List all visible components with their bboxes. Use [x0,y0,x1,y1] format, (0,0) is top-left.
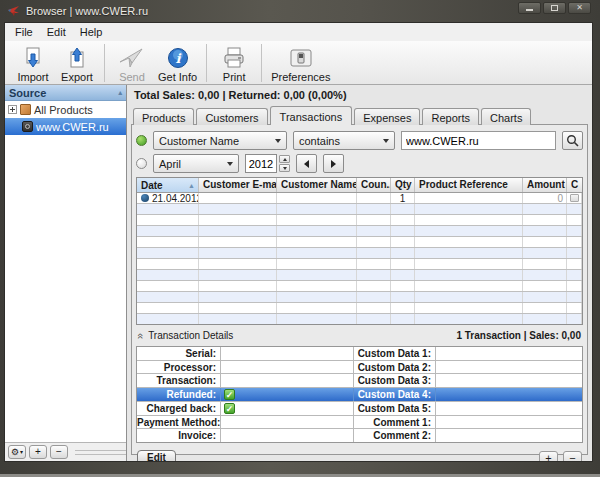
previous-period-button[interactable] [296,154,317,173]
payment-method-value[interactable] [221,416,354,429]
year-down-button[interactable] [279,164,290,172]
export-button[interactable]: Export [55,43,99,83]
import-button[interactable]: Import [11,43,55,83]
minimize-button[interactable] [518,2,541,14]
menu-file[interactable]: File [8,24,40,40]
tab-customers[interactable]: Customers [196,108,267,125]
details-row[interactable]: Transaction: Custom Data 3: [137,374,582,388]
field-selector[interactable]: Customer Name [153,131,287,150]
table-row-empty[interactable] [137,215,582,226]
table-row-empty[interactable] [137,237,582,248]
row-checkbox[interactable] [570,194,579,202]
year-up-button[interactable] [279,155,290,163]
sidebar-header[interactable]: Source ▴ [5,85,126,101]
print-button[interactable]: Print [212,43,256,83]
comment-1-value[interactable] [436,416,582,429]
sidebar-item-all-products[interactable]: All Products [5,101,126,118]
tab-transactions[interactable]: Transactions [270,106,353,125]
year-input[interactable] [245,154,277,173]
sidebar-header-label: Source [9,87,46,99]
invoice-value[interactable] [221,429,354,442]
comment-1-label: Comment 1: [354,416,436,429]
add-transaction-button[interactable]: + [539,451,558,462]
sidebar-add-button[interactable]: + [29,445,47,459]
sidebar-item-cwer[interactable]: www.CWER.ru [5,118,126,135]
charged-back-checkbox[interactable]: ✓ [224,403,235,414]
table-row-empty[interactable] [137,204,582,215]
custom-data-5-value[interactable] [436,402,582,415]
custom-data-1-value[interactable] [436,347,582,360]
next-period-button[interactable] [323,154,344,173]
tab-reports[interactable]: Reports [422,108,479,125]
column-header-customer-email[interactable]: Customer E-mail [199,178,277,192]
maximize-icon [551,5,558,11]
expand-icon[interactable] [8,105,17,114]
table-row-empty[interactable] [137,248,582,259]
remove-transaction-button[interactable]: − [563,451,582,462]
column-header-customer-name[interactable]: Customer Name [277,178,357,192]
refunded-checkbox[interactable]: ✓ [224,389,235,400]
send-button[interactable]: Send [110,43,154,83]
edit-field-underline [183,452,283,462]
column-header-c[interactable]: C [567,178,582,192]
details-row[interactable]: Serial: Custom Data 1: [137,347,582,361]
action-menu-button[interactable]: ⚙ ▾ [8,445,26,459]
table-row-empty[interactable] [137,281,582,292]
preferences-button[interactable]: Preferences [267,43,334,83]
custom-data-2-value[interactable] [436,361,582,374]
details-title: Transaction Details [148,330,233,341]
search-input[interactable] [401,131,556,150]
package-icon [20,104,31,115]
table-row-empty[interactable] [137,292,582,303]
edit-button[interactable]: Edit [137,450,176,462]
period-mode-radio[interactable] [136,158,147,169]
invoice-label: Invoice: [137,429,221,442]
column-header-country[interactable]: Coun... [357,178,391,192]
get-info-button[interactable]: i Get Info [154,43,201,83]
details-row-selected[interactable]: Refunded: ✓ Custom Data 4: [137,388,582,402]
column-header-product-reference[interactable]: Product Reference [415,178,523,192]
tab-expenses[interactable]: Expenses [354,108,420,125]
serial-value[interactable] [221,347,354,360]
search-mode-radio[interactable] [136,135,147,146]
menu-edit[interactable]: Edit [40,24,73,40]
details-row[interactable]: Payment Method: Comment 1: [137,416,582,430]
details-row[interactable]: Invoice: Comment 2: [137,429,582,442]
tab-strip: Products Customers Transactions Expenses… [133,106,588,125]
column-header-qty[interactable]: Qty [391,178,415,192]
search-button[interactable] [562,131,583,150]
column-header-amount[interactable]: Amount [523,178,567,192]
year-stepper [245,154,290,173]
chevron-down-icon [383,139,389,143]
custom-data-3-value[interactable] [436,374,582,387]
table-row[interactable]: 21.04.2012 1 0 [137,193,582,204]
table-row-empty[interactable] [137,270,582,281]
processor-value[interactable] [221,361,354,374]
splitter-grip[interactable] [75,450,126,455]
sidebar-remove-button[interactable]: − [50,445,68,459]
operator-selector[interactable]: contains [293,131,395,150]
custom-data-4-value[interactable] [436,388,582,401]
comment-2-value[interactable] [436,429,582,442]
transaction-summary: 1 Transaction | Sales: 0,00 [456,330,581,341]
menu-help[interactable]: Help [73,24,110,40]
month-selector[interactable]: April [153,154,239,173]
title-bar[interactable]: Browser | www.CWER.ru ✕ [0,0,600,22]
cell-customer-email [199,193,277,203]
column-header-date[interactable]: Date ▲ [137,178,199,192]
close-button[interactable]: ✕ [568,2,591,14]
table-row-empty[interactable] [137,314,582,325]
comment-2-label: Comment 2: [354,429,436,442]
details-row[interactable]: Charged back: ✓ Custom Data 5: [137,402,582,416]
transaction-value[interactable] [221,374,354,387]
table-row-empty[interactable] [137,303,582,314]
tree-item-label: All Products [34,104,93,116]
main-panel: Total Sales: 0,00 | Returned: 0,00 (0,00… [127,85,592,461]
tab-charts[interactable]: Charts [481,108,531,125]
table-row-empty[interactable] [137,226,582,237]
maximize-button[interactable] [543,2,566,14]
table-row-empty[interactable] [137,259,582,270]
details-row[interactable]: Processor: Custom Data 2: [137,361,582,375]
collapse-icon[interactable]: « [136,332,146,338]
tab-products[interactable]: Products [133,108,194,125]
